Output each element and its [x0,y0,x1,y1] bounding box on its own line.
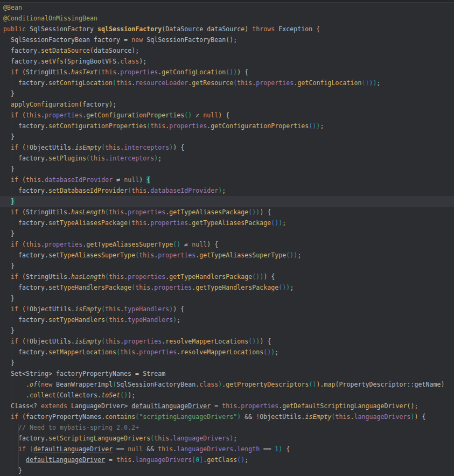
code-line[interactable]: factory.setTypeHandlers(this.typeHandler… [0,314,454,325]
code-line[interactable]: factory.setMapperLocations(this.properti… [0,347,454,358]
code-line[interactable]: if (factoryPropertyNames.contains("scrip… [0,411,454,422]
code-token-ms: hasLength [71,208,105,216]
code-token-d: factory. [3,435,48,442]
code-token-k: this [135,284,150,291]
code-line[interactable]: Set<String> factoryPropertyNames = Strea… [0,368,454,379]
code-token-k: null [124,176,139,184]
code-token-d: factory. [3,58,41,65]
code-token-ms: isEmpty [75,338,101,345]
code-token-m: getTypeAliasesPackage [192,219,271,227]
code-token-m: getClass [207,456,237,464]
code-token-k: if [11,305,18,313]
code-line[interactable]: if (StringUtils.hasLength(this.propertie… [0,207,454,218]
code-line[interactable]: public SqlSessionFactory sqlSessionFacto… [0,24,454,34]
code-line[interactable]: } [0,293,454,304]
code-token-p2: () [248,338,256,345]
code-line[interactable]: } [0,261,454,271]
code-line[interactable]: if (!ObjectUtils.isEmpty(this.properties… [0,336,454,347]
code-token-f: length [237,445,260,453]
code-line[interactable]: Class<? extends LanguageDriver> defaultL… [0,401,454,411]
code-token-m: setConfigurationProperties [48,122,146,130]
code-line[interactable]: defaultLanguageDriver = this.languageDri… [0,454,454,465]
code-line[interactable]: if (this.databaseIdProvider ≠ null) { [0,174,454,185]
code-token-p2: () [237,456,245,464]
code-line[interactable]: .of(new BeanWrapperImpl(SqlSessionFactor… [0,379,454,390]
code-token-m: setTypeHandlersPackage [48,284,131,291]
code-token-d: SqlSessionFactory [26,25,97,33]
code-line[interactable]: factory.setDatabaseIdProvider(this.datab… [0,185,454,196]
code-token-m: getConfigLocation [297,79,361,87]
code-token-d: factory. [3,187,48,194]
code-line[interactable]: if (defaultLanguageDriver ══ null && thi… [0,444,454,454]
code-line[interactable]: factory.setConfigLocation(this.resourceL… [0,78,454,88]
code-token-p2: () [263,348,271,356]
code-token-ur: defaultLanguageDriver [26,456,105,464]
code-token-d: { [177,144,184,151]
code-line[interactable]: factory.setVfs(SpringBootVFS.class); [0,56,454,67]
code-line[interactable]: } [0,164,454,174]
code-line[interactable]: } [0,465,454,476]
code-line[interactable]: @ConditionalOnMissingBean [0,13,454,24]
code-token-m: collect [30,391,56,399]
code-line[interactable]: factory.setDataSource(dataSource); [0,45,454,56]
code-line[interactable]: if (!ObjectUtils.isEmpty(this.typeHandle… [0,304,454,314]
code-line[interactable]: if (StringUtils.hasText(this.properties.… [0,67,454,78]
code-token-k: if [18,445,26,453]
code-editor[interactable]: @Bean@ConditionalOnMissingBeanpublic Sql… [0,2,454,476]
code-token-k: public [3,25,26,33]
code-line[interactable]: factory.setPlugins(this.interceptors); [0,153,454,164]
code-token-p2: () [271,219,278,227]
code-line[interactable]: factory.setTypeHandlersPackage(this.prop… [0,282,454,293]
code-token-k: if [11,176,18,184]
code-line[interactable]: } [0,88,454,99]
code-token-d: = [211,402,222,410]
code-token-d: } [3,230,15,237]
code-line[interactable]: if (this.properties.getTypeAliasesSuperT… [0,239,454,250]
code-token-k: if [11,241,18,248]
code-token-p0: ( [22,413,26,421]
code-line[interactable]: @Bean [0,2,454,13]
code-token-d [3,111,11,119]
code-token-m: getResource [192,79,233,87]
code-line[interactable]: // Need to mybatis-spring 2.0.2+ [0,422,454,433]
code-token-d: ; [113,101,116,108]
code-line[interactable]: if (StringUtils.hasLength(this.propertie… [0,271,454,282]
code-token-f: databaseIdProvider [150,187,218,194]
code-token-m: getConfigurationProperties [211,122,309,130]
code-line[interactable]: if (!ObjectUtils.isEmpty(this.intercepto… [0,142,454,153]
code-token-m: getConfigLocation [162,68,226,76]
code-token-p0: () [226,36,233,44]
code-line[interactable]: } [0,131,454,142]
code-token-k: this [150,122,165,130]
code-line[interactable]: .collect(Collectors.toSet()); [0,390,454,401]
code-token-k: this [105,305,120,313]
code-line[interactable]: } [0,358,454,368]
code-token-ms: hasText [71,68,97,76]
code-token-d: factory. [3,251,48,259]
code-line[interactable]: factory.setTypeAliasesPackage(this.prope… [0,218,454,228]
code-token-ms: of [30,381,37,388]
code-line-caret[interactable]: } [0,196,454,207]
code-line[interactable]: } [0,325,454,336]
code-line[interactable]: if (this.properties.getConfigurationProp… [0,110,454,121]
code-line[interactable]: SqlSessionFactoryBean factory = new SqlS… [0,34,454,45]
code-token-d: && [241,413,256,421]
code-token-d: ══ [113,445,128,453]
code-token-m: getTypeHandlersPackage [195,284,278,291]
code-token-p1: () [184,111,192,119]
code-token-d: factory. [3,219,48,227]
code-token-k: this [109,273,124,281]
code-line[interactable]: factory.setConfigurationProperties(this.… [0,121,454,131]
code-line[interactable]: } [0,228,454,239]
code-line[interactable]: factory.setScriptingLanguageDrivers(this… [0,433,454,444]
code-line[interactable]: applyConfiguration(factory); [0,99,454,110]
code-token-f: properties [124,338,162,345]
code-line[interactable]: factory.setTypeAliasesSuperType(this.pro… [0,250,454,261]
code-token-ur: defaultLanguageDriver [33,445,113,453]
code-token-k: null [203,111,218,119]
code-token-p0: ( [22,176,26,184]
code-token-k: this [105,144,120,151]
code-token-m: getTypeAliasesPackage [169,208,248,216]
code-token-bm: { [146,176,150,184]
code-token-d [18,68,22,76]
